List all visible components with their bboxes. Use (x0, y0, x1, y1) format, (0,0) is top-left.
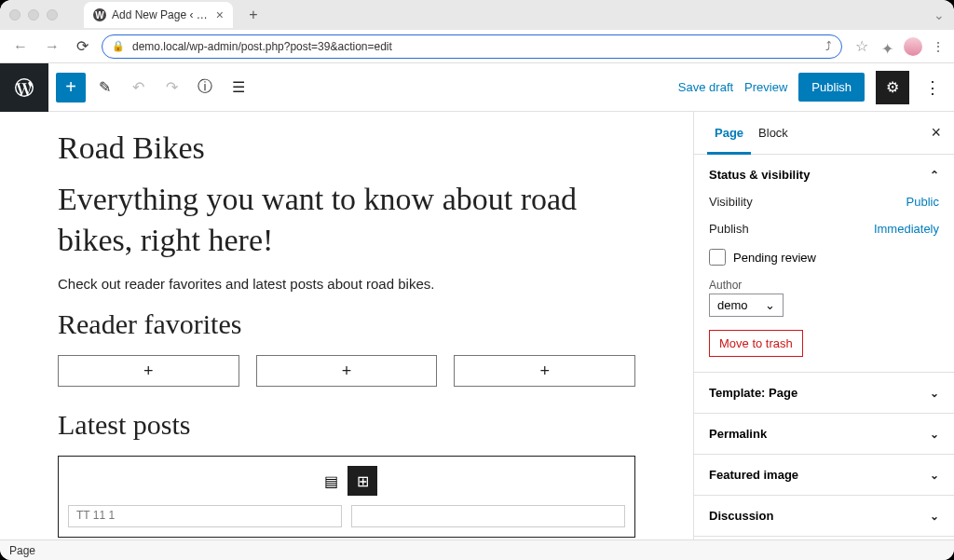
profile-avatar[interactable] (904, 37, 922, 56)
outline-icon[interactable]: ☰ (224, 73, 253, 102)
lock-icon: 🔒 (112, 40, 125, 52)
close-tab-icon[interactable]: × (216, 7, 224, 22)
heading-latest[interactable]: Latest posts (58, 409, 635, 441)
chevron-down-icon: ⌄ (930, 510, 939, 523)
browser-tab[interactable]: W Add New Page ‹ Demo — Wor… × (84, 2, 233, 28)
column-appender-2[interactable]: + (256, 355, 438, 387)
page-title[interactable]: Road Bikes (58, 130, 635, 166)
column-appender-3[interactable]: + (454, 355, 635, 387)
close-sidebar-icon[interactable]: × (931, 123, 941, 143)
panel-discussion[interactable]: Discussion⌄ (694, 496, 954, 536)
latest-posts-block[interactable]: ▤ ⊞ TT 11 1 (58, 456, 635, 538)
latest-post-item[interactable] (351, 505, 625, 527)
panel-template[interactable]: Template: Page⌄ (694, 373, 954, 413)
tab-block[interactable]: Block (751, 112, 796, 155)
add-block-button[interactable]: + (56, 73, 86, 102)
chevron-down-icon: ⌄ (930, 469, 939, 482)
chevron-down-icon: ⌄ (930, 428, 939, 441)
reload-button[interactable]: ⟳ (73, 35, 92, 57)
publish-label: Publish (709, 222, 749, 236)
chevron-down-icon: ⌄ (930, 387, 939, 400)
panel-permalink[interactable]: Permalink⌄ (694, 414, 954, 454)
heading-favorites[interactable]: Reader favorites (58, 308, 635, 340)
back-button[interactable]: ← (9, 36, 32, 57)
url-text: demo.local/wp-admin/post.php?post=39&act… (132, 40, 392, 53)
visibility-value[interactable]: Public (906, 195, 939, 209)
info-icon[interactable]: ⓘ (190, 73, 220, 102)
url-input[interactable]: 🔒 demo.local/wp-admin/post.php?post=39&a… (102, 34, 842, 59)
latest-post-item[interactable]: TT 11 1 (68, 505, 342, 527)
extensions-icon[interactable]: ✦ (881, 40, 894, 53)
new-tab-button[interactable]: + (240, 2, 266, 28)
publish-button[interactable]: Publish (798, 73, 865, 102)
settings-sidebar: Page Block × Status & visibility ⌃ Visib… (693, 112, 954, 540)
settings-gear-icon[interactable]: ⚙ (876, 71, 909, 104)
share-icon[interactable]: ⤴ (825, 39, 832, 53)
author-select[interactable]: demo ⌄ (709, 294, 784, 317)
breadcrumb[interactable]: Page (9, 544, 35, 557)
intro-paragraph[interactable]: Check out reader favorites and latest po… (58, 276, 635, 292)
wordpress-favicon-icon: W (93, 8, 106, 21)
move-to-trash-button[interactable]: Move to trash (709, 330, 803, 357)
heading-subtitle[interactable]: Everything you want to know about road b… (58, 179, 635, 261)
more-options-icon[interactable]: ⋮ (920, 77, 945, 98)
chevron-up-icon: ⌃ (930, 169, 939, 182)
list-view-icon[interactable]: ▤ (316, 466, 346, 496)
publish-value[interactable]: Immediately (874, 222, 939, 236)
forward-button[interactable]: → (41, 36, 63, 57)
tab-page[interactable]: Page (707, 112, 751, 155)
browser-menu-icon[interactable]: ⋮ (932, 39, 945, 54)
author-label: Author (709, 279, 939, 292)
column-appender-1[interactable]: + (58, 355, 239, 387)
bookmark-icon[interactable]: ☆ (852, 35, 872, 57)
chevron-down-icon: ⌄ (765, 298, 775, 312)
panel-featured-image[interactable]: Featured image⌄ (694, 455, 954, 495)
wordpress-logo-icon[interactable] (0, 63, 48, 112)
pending-review-checkbox[interactable]: Pending review (709, 249, 939, 266)
redo-button[interactable]: ↷ (157, 73, 186, 102)
window-controls[interactable] (9, 9, 58, 20)
tab-title: Add New Page ‹ Demo — Wor… (112, 8, 211, 21)
editor-canvas[interactable]: Road Bikes Everything you want to know a… (0, 112, 693, 540)
save-draft-button[interactable]: Save draft (678, 80, 733, 94)
panel-status-visibility[interactable]: Status & visibility ⌃ (694, 155, 954, 195)
visibility-label: Visibility (709, 195, 753, 209)
preview-button[interactable]: Preview (744, 80, 787, 94)
chevron-down-icon[interactable]: ⌄ (934, 7, 945, 22)
edit-tool-icon[interactable]: ✎ (89, 73, 119, 102)
grid-view-icon[interactable]: ⊞ (348, 466, 377, 496)
undo-button[interactable]: ↶ (123, 73, 153, 102)
